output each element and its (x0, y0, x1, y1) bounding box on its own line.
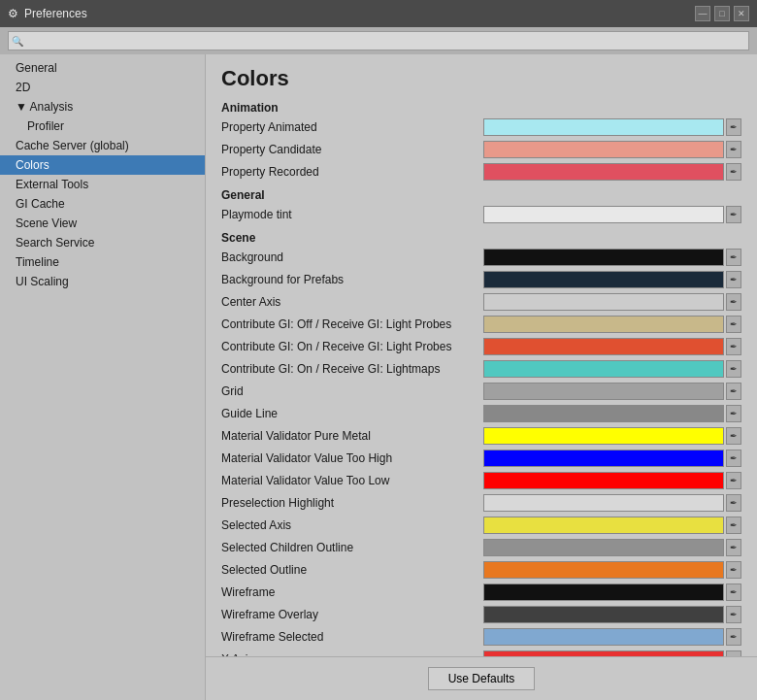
color-label: Grid (221, 384, 483, 398)
color-label: Contribute GI: On / Receive GI: Lightmap… (221, 362, 483, 376)
color-swatch[interactable] (483, 494, 724, 512)
color-row-preselection: Preselection Highlight ✒ (221, 492, 741, 514)
color-row-grid: Grid ✒ (221, 381, 741, 402)
color-swatch[interactable] (483, 405, 724, 422)
color-label: Background (221, 250, 483, 264)
color-swatch[interactable] (483, 293, 724, 311)
color-swatch[interactable] (483, 118, 724, 136)
eyedropper-button[interactable]: ✒ (726, 606, 741, 623)
sidebar-item-search-service[interactable]: Search Service (0, 233, 205, 252)
color-row-center-axis: Center Axis ✒ (221, 291, 741, 313)
use-defaults-wrap: Use Defaults (206, 656, 757, 700)
eyedropper-button[interactable]: ✒ (726, 517, 741, 534)
color-swatch[interactable] (483, 383, 724, 400)
eyedropper-button[interactable]: ✒ (726, 539, 741, 556)
color-swatch[interactable] (483, 427, 724, 445)
sidebar-item-general[interactable]: General (0, 58, 205, 78)
color-swatch[interactable] (483, 163, 724, 181)
eyedropper-button[interactable]: ✒ (726, 271, 741, 288)
sidebar-item-ui-scaling[interactable]: UI Scaling (0, 272, 205, 291)
color-swatch[interactable] (483, 628, 724, 646)
color-row-wireframe-selected: Wireframe Selected ✒ (221, 626, 741, 648)
color-swatch[interactable] (483, 606, 724, 623)
maximize-button[interactable]: □ (714, 6, 730, 21)
sidebar: General 2D ▼ Analysis Profiler Cache Ser… (0, 54, 206, 700)
color-swatch[interactable] (483, 338, 724, 355)
color-swatch[interactable] (483, 517, 724, 534)
search-input[interactable] (8, 31, 749, 50)
color-row-selected-axis: Selected Axis ✒ (221, 515, 741, 536)
sidebar-item-timeline[interactable]: Timeline (0, 252, 205, 272)
eyedropper-button[interactable]: ✒ (726, 405, 741, 422)
color-label: Background for Prefabs (221, 273, 483, 286)
color-row-material-too-high: Material Validator Value Too High ✒ (221, 448, 741, 469)
color-swatch[interactable] (483, 583, 724, 601)
color-row-wireframe-overlay: Wireframe Overlay ✒ (221, 604, 741, 625)
color-swatch[interactable] (483, 206, 724, 223)
eyedropper-button[interactable]: ✒ (726, 383, 741, 400)
color-swatch[interactable] (483, 360, 724, 378)
color-label: Material Validator Pure Metal (221, 429, 483, 443)
eyedropper-button[interactable]: ✒ (726, 206, 741, 223)
eyedropper-button[interactable]: ✒ (726, 450, 741, 467)
sidebar-item-external-tools[interactable]: External Tools (0, 175, 205, 194)
eyedropper-button[interactable]: ✒ (726, 472, 741, 489)
color-row-selected-outline: Selected Outline ✒ (221, 559, 741, 581)
close-button[interactable]: ✕ (734, 6, 749, 21)
sidebar-item-colors[interactable]: Colors (0, 155, 205, 175)
color-row-guide-line: Guide Line ✒ (221, 403, 741, 424)
color-row-wireframe: Wireframe ✒ (221, 582, 741, 603)
color-swatch[interactable] (483, 316, 724, 333)
color-swatch[interactable] (483, 561, 724, 579)
content-area: Colors Animation Property Animated ✒ Pro… (206, 54, 757, 656)
sidebar-item-analysis[interactable]: ▼ Analysis (0, 97, 205, 117)
color-swatch[interactable] (483, 141, 724, 158)
color-label: Property Candidate (221, 143, 483, 156)
use-defaults-button[interactable]: Use Defaults (428, 667, 536, 690)
minimize-button[interactable]: — (695, 6, 710, 21)
search-bar: 🔍 (0, 27, 757, 54)
eyedropper-button[interactable]: ✒ (726, 163, 741, 181)
eyedropper-button[interactable]: ✒ (726, 316, 741, 333)
eyedropper-button[interactable]: ✒ (726, 118, 741, 136)
color-label: Preselection Highlight (221, 496, 483, 510)
color-row-x-axis: X Axis ✒ (221, 649, 741, 656)
eyedropper-button[interactable]: ✒ (726, 338, 741, 355)
color-row-material-too-low: Material Validator Value Too Low ✒ (221, 470, 741, 491)
eyedropper-button[interactable]: ✒ (726, 141, 741, 158)
sidebar-item-scene-view[interactable]: Scene View (0, 214, 205, 233)
color-row-property-candidate: Property Candidate ✒ (221, 139, 741, 160)
color-row-playmode-tint: Playmode tint ✒ (221, 204, 741, 225)
color-label: Wireframe Overlay (221, 608, 483, 621)
eyedropper-button[interactable]: ✒ (726, 561, 741, 579)
color-label: Material Validator Value Too High (221, 451, 483, 465)
sidebar-item-profiler[interactable]: Profiler (0, 117, 205, 136)
color-swatch[interactable] (483, 249, 724, 266)
color-label: Selected Children Outline (221, 541, 483, 554)
sidebar-item-cache-server[interactable]: Cache Server (global) (0, 136, 205, 155)
color-swatch[interactable] (483, 450, 724, 467)
eyedropper-button[interactable]: ✒ (726, 427, 741, 445)
eyedropper-button[interactable]: ✒ (726, 360, 741, 378)
color-row-property-recorded: Property Recorded ✒ (221, 161, 741, 183)
eyedropper-button[interactable]: ✒ (726, 583, 741, 601)
color-swatch[interactable] (483, 271, 724, 288)
eyedropper-button[interactable]: ✒ (726, 249, 741, 266)
color-swatch[interactable] (483, 539, 724, 556)
color-swatch[interactable] (483, 472, 724, 489)
app-icon: ⚙ (8, 7, 18, 20)
eyedropper-button[interactable]: ✒ (726, 293, 741, 311)
search-icon: 🔍 (12, 36, 23, 47)
eyedropper-button[interactable]: ✒ (726, 494, 741, 512)
sidebar-item-2d[interactable]: 2D (0, 78, 205, 97)
content-scroll: Colors Animation Property Animated ✒ Pro… (206, 54, 757, 656)
color-row-property-animated: Property Animated ✒ (221, 117, 741, 138)
sidebar-item-gi-cache[interactable]: GI Cache (0, 194, 205, 214)
color-row-material-pure-metal: Material Validator Pure Metal ✒ (221, 425, 741, 447)
color-label: Playmode tint (221, 208, 483, 221)
eyedropper-button[interactable]: ✒ (726, 628, 741, 646)
window-title: Preferences (24, 7, 87, 20)
color-label: Contribute GI: On / Receive GI: Light Pr… (221, 340, 483, 353)
color-row-contribute-gi-on-light: Contribute GI: On / Receive GI: Light Pr… (221, 336, 741, 357)
color-label: Center Axis (221, 295, 483, 309)
